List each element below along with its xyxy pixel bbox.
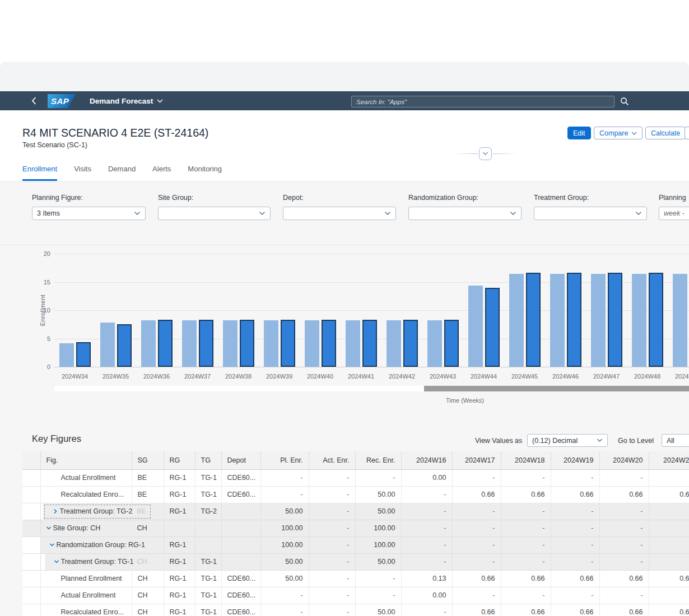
- go-to-level-select[interactable]: All: [662, 434, 689, 447]
- value-cell: -: [551, 520, 599, 536]
- filter-label: Planning: [659, 194, 689, 202]
- empty-value: -: [347, 558, 349, 566]
- bar-recalculated-2024W45: [526, 273, 541, 367]
- expand-chevron-icon: [54, 559, 59, 564]
- x-tick-label: 2024W38: [218, 373, 259, 380]
- row-selector-cell: [22, 604, 40, 616]
- x-tick-label: 2024W37: [177, 373, 218, 380]
- y-tick-label: 5: [36, 335, 50, 342]
- back-button[interactable]: [28, 91, 39, 110]
- value-cell: -: [551, 553, 599, 570]
- collapse-row-icon[interactable]: [44, 525, 53, 531]
- value-cell: -: [309, 604, 355, 616]
- bar-recalculated-2024W43: [444, 320, 459, 367]
- group-header-label: Randomization Group: RG-1: [57, 541, 145, 549]
- value-cell: 100.00: [355, 536, 401, 553]
- table-row-7[interactable]: Planned EnrollmentCHRG-1TG-1CDE60...50.0…: [22, 570, 689, 587]
- bar-planned-2024W45: [509, 274, 524, 367]
- empty-value: -: [542, 591, 544, 599]
- depot-cell: CDE60...: [221, 486, 260, 503]
- fig-label: Actual Enrollment: [41, 470, 132, 486]
- enrollment-chart: Enrollment Time (Weeks) 051015202024W342…: [0, 245, 689, 413]
- value-cell: -: [599, 587, 649, 604]
- fig-label: Actual Enrollment: [41, 587, 132, 604]
- tab-visits[interactable]: Visits: [74, 165, 91, 181]
- filter-field-4[interactable]: [408, 207, 522, 220]
- value-cell: -: [501, 536, 551, 553]
- empty-value: -: [492, 507, 495, 515]
- table-row-2[interactable]: Recalculated Enro...BERG-1TG-1CDE60...--…: [22, 486, 689, 503]
- x-tick-label: 2024W36: [136, 373, 178, 380]
- column-header-Fig.: Fig.: [40, 451, 132, 469]
- value-cell: 0.66: [551, 570, 599, 587]
- value-cell: 0.66: [452, 486, 501, 503]
- value-cell: 50.00: [355, 553, 401, 570]
- tab-enrollment[interactable]: Enrollment: [22, 165, 57, 181]
- tab-monitoring[interactable]: Monitoring: [188, 165, 222, 181]
- table-row-9[interactable]: Recalculated Enro...CHRG-1TG-1CDE60...--…: [22, 604, 689, 616]
- depot-cell: [221, 503, 260, 520]
- expand-row-icon[interactable]: [51, 508, 60, 514]
- compare-button[interactable]: Compare: [594, 127, 643, 139]
- empty-value: -: [300, 474, 302, 482]
- sg-cell: BE: [132, 486, 164, 503]
- search-icon[interactable]: [620, 96, 630, 106]
- view-values-select[interactable]: (0.12) Decimal: [527, 434, 608, 447]
- empty-value: -: [542, 474, 544, 482]
- product-name-menu[interactable]: Demand Forecast: [90, 91, 163, 110]
- view-values-value: (0.12) Decimal: [532, 437, 578, 445]
- bar-recalculated-2024W35: [117, 324, 132, 367]
- back-chevron-icon: [31, 97, 36, 105]
- table-row-1[interactable]: Actual EnrollmentBERG-1TG-1CDE60...---0.…: [22, 469, 689, 486]
- value-cell: -: [309, 469, 355, 486]
- filter-field-6[interactable]: week -: [659, 207, 689, 220]
- empty-value: -: [591, 507, 593, 515]
- value-cell: -: [401, 503, 452, 520]
- collapse-row-icon[interactable]: [52, 559, 61, 564]
- bar-planned-2024W47: [591, 274, 606, 367]
- table-row-4[interactable]: Site Group: CHCH100.00-100.00------: [22, 520, 689, 536]
- scrollbar-thumb[interactable]: [424, 386, 689, 391]
- calculate-button[interactable]: Calculate: [645, 127, 686, 139]
- filter-field-2[interactable]: [158, 207, 271, 220]
- value-cell: -: [452, 587, 501, 604]
- bar-planned-2024W39: [264, 320, 278, 367]
- empty-value: -: [444, 558, 446, 566]
- chart-horizontal-scrollbar[interactable]: [54, 386, 689, 391]
- collapse-row-icon[interactable]: [48, 542, 57, 548]
- filter-field-5[interactable]: [534, 207, 647, 220]
- header-divider-line: [453, 153, 478, 154]
- column-header-Pl. Enr.: Pl. Enr.: [260, 451, 309, 469]
- edit-button[interactable]: Edit: [567, 127, 591, 139]
- table-row-6[interactable]: Treatment Group: TG-1CHRG-1TG-150.00-50.…: [22, 553, 689, 570]
- empty-value: -: [492, 558, 495, 566]
- tab-demand[interactable]: Demand: [108, 165, 136, 181]
- row-selector-cell: [22, 536, 40, 553]
- empty-value: -: [492, 591, 495, 599]
- clipped-action-button[interactable]: [685, 127, 689, 139]
- tg-cell: [195, 520, 221, 536]
- bar-recalculated-2024W42: [403, 320, 418, 367]
- fig-cell: Site Group: CHCH: [40, 520, 164, 536]
- value-cell: -: [551, 587, 599, 604]
- column-header-2024W19: 2024W19: [551, 451, 599, 469]
- value-cell: -: [260, 469, 309, 486]
- search-input[interactable]: Search In: "Apps": [351, 96, 614, 108]
- value-cell: -: [452, 553, 501, 570]
- compare-button-label: Compare: [599, 129, 628, 137]
- value-cell: -: [355, 570, 401, 587]
- empty-value: -: [347, 491, 349, 498]
- value-cell: -: [309, 520, 355, 536]
- table-row-5[interactable]: Randomization Group: RG-1RG-1100.00-100.…: [22, 536, 689, 553]
- filter-field-3[interactable]: [283, 207, 396, 220]
- value-cell: -: [401, 604, 452, 616]
- edit-button-label: Edit: [573, 129, 585, 137]
- collapse-header-button[interactable]: [479, 147, 492, 160]
- header-divider-line: [493, 153, 518, 154]
- table-header-row: Fig.SGRGTGDepotPl. Enr.Act. Enr.Rec. Enr…: [22, 451, 689, 469]
- table-row-3[interactable]: Treatment Group: TG-2BERG-1TG-250.00-50.…: [22, 503, 689, 520]
- filter-field-1[interactable]: 3 Items: [32, 207, 146, 220]
- table-row-8[interactable]: Actual EnrollmentCHRG-1TG-1CDE60...---0.…: [22, 587, 689, 604]
- tab-alerts[interactable]: Alerts: [152, 165, 171, 181]
- depot-cell: [221, 553, 260, 570]
